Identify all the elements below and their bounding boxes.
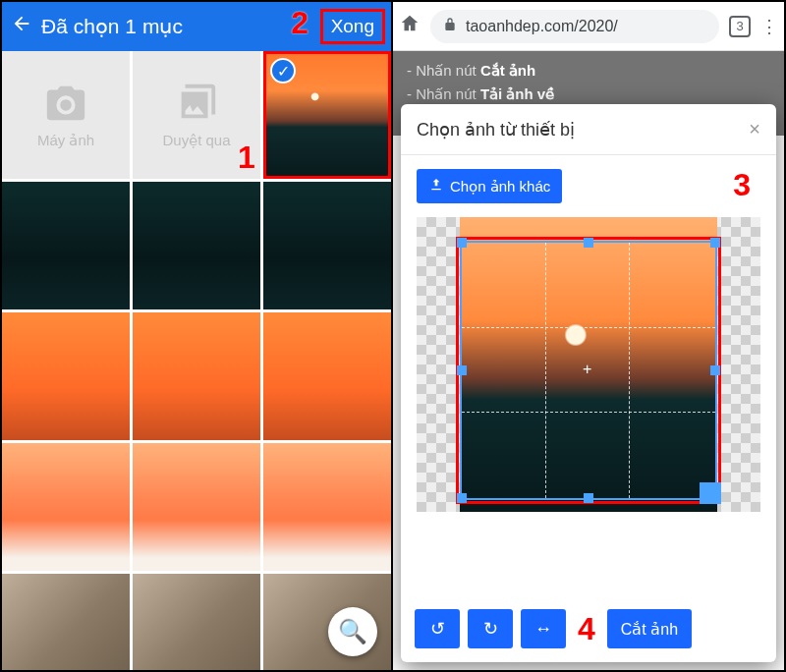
zoom-button[interactable]: 🔍 xyxy=(328,607,377,656)
browser-toolbar: taoanhdep.com/2020/ 3 ⋮ xyxy=(393,2,784,51)
photo-thumb[interactable] xyxy=(133,182,260,309)
close-icon[interactable]: × xyxy=(749,118,760,140)
photo-thumb[interactable] xyxy=(2,182,130,309)
modal-title: Chọn ảnh từ thiết bị xyxy=(417,119,575,140)
selected-check-icon: ✓ xyxy=(270,58,296,84)
bg-line: - Nhấn nút Cắt ảnh xyxy=(407,59,770,83)
crop-handle[interactable] xyxy=(584,493,593,503)
photo-thumb[interactable] xyxy=(133,312,260,440)
crop-handle[interactable] xyxy=(710,238,720,248)
browse-label: Duyệt qua xyxy=(162,132,230,149)
annotation-step-4: 4 xyxy=(578,611,595,647)
annotation-step-3: 3 xyxy=(733,167,751,203)
photo-thumb[interactable] xyxy=(2,574,130,670)
magnifier-icon: 🔍 xyxy=(338,618,367,645)
crop-button[interactable]: Cắt ảnh xyxy=(607,609,692,648)
upload-icon xyxy=(428,177,444,196)
photo-thumb[interactable] xyxy=(263,312,391,440)
camera-option[interactable]: Máy ảnh xyxy=(2,51,130,179)
picker-title: Đã chọn 1 mục xyxy=(35,15,320,38)
rotate-right-button[interactable]: ↻ xyxy=(468,609,513,648)
photo-thumb[interactable] xyxy=(263,182,391,309)
gallery-icon xyxy=(174,81,219,126)
crop-handle[interactable] xyxy=(457,238,467,248)
lock-icon xyxy=(442,17,458,36)
photo-thumb[interactable] xyxy=(2,312,130,440)
modal-footer: ↺ ↻ ↔ 4 Cắt ảnh xyxy=(401,599,776,662)
crop-modal: Chọn ảnh từ thiết bị × Chọn ảnh khác 3 xyxy=(401,104,776,662)
bg-line: - Nhấn nút Tải ảnh về xyxy=(407,83,770,106)
flip-icon: ↔ xyxy=(534,619,552,640)
tab-count[interactable]: 3 xyxy=(729,16,751,37)
done-button[interactable]: Xong xyxy=(320,9,385,44)
home-icon[interactable] xyxy=(399,13,421,39)
photo-thumb[interactable] xyxy=(2,443,130,571)
crop-center-icon: + xyxy=(583,361,591,378)
crop-stage[interactable]: + xyxy=(417,217,760,512)
rotate-left-icon: ↺ xyxy=(430,618,445,640)
camera-label: Máy ảnh xyxy=(37,132,94,149)
url-text: taoanhdep.com/2020/ xyxy=(466,18,618,35)
image-picker-screen: Đã chọn 1 mục Xong 2 Máy ảnh Duyệt qua ✓… xyxy=(2,2,393,670)
picker-header: Đã chọn 1 mục Xong xyxy=(2,2,391,51)
camera-icon xyxy=(43,81,88,126)
modal-header: Chọn ảnh từ thiết bị × xyxy=(401,104,776,155)
back-icon[interactable] xyxy=(8,13,35,40)
flip-button[interactable]: ↔ xyxy=(521,609,566,648)
photo-thumb[interactable] xyxy=(263,443,391,571)
browse-option[interactable]: Duyệt qua xyxy=(133,51,260,179)
crop-handle[interactable] xyxy=(700,482,721,504)
crop-handle[interactable] xyxy=(584,238,593,248)
crop-selection[interactable]: + xyxy=(460,241,717,500)
crop-handle[interactable] xyxy=(457,493,467,503)
photo-thumb[interactable] xyxy=(133,574,260,670)
modal-body: Chọn ảnh khác 3 xyxy=(401,155,776,599)
browser-screen: taoanhdep.com/2020/ 3 ⋮ - Nhấn nút Cắt ả… xyxy=(393,2,784,670)
choose-other-image-button[interactable]: Chọn ảnh khác xyxy=(417,169,562,203)
menu-icon[interactable]: ⋮ xyxy=(760,16,778,37)
photo-thumb[interactable] xyxy=(133,443,260,571)
rotate-left-button[interactable]: ↺ xyxy=(415,609,460,648)
address-bar[interactable]: taoanhdep.com/2020/ xyxy=(430,10,719,43)
photo-grid: Máy ảnh Duyệt qua ✓ xyxy=(2,51,391,670)
crop-handle[interactable] xyxy=(710,365,720,375)
photo-thumb-selected[interactable]: ✓ xyxy=(263,51,391,179)
crop-handle[interactable] xyxy=(457,365,467,375)
choose-other-label: Chọn ảnh khác xyxy=(450,178,550,196)
rotate-right-icon: ↻ xyxy=(483,618,498,640)
